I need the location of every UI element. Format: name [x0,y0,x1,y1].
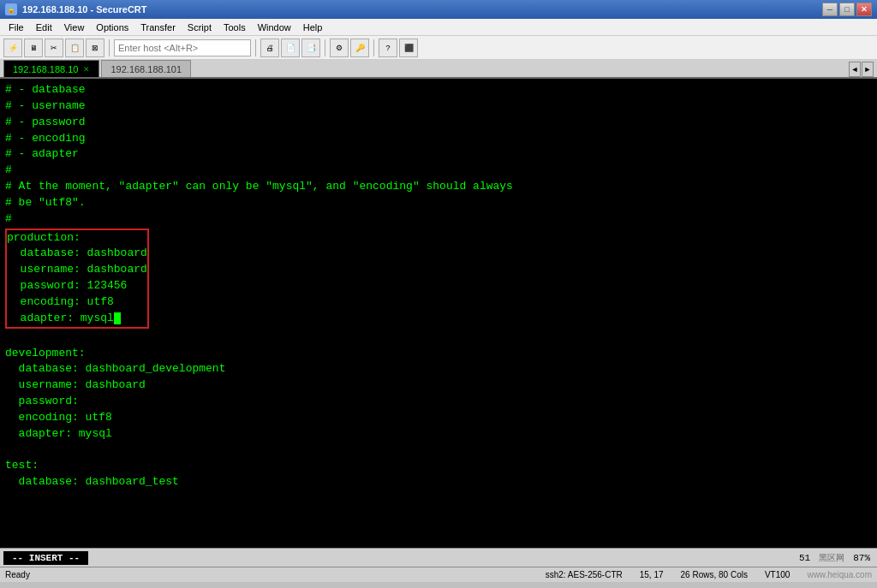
window-title: 192.168.188.10 - SecureCRT [22,4,147,15]
session-encryption: ssh2: AES-256-CTR [546,570,623,579]
insert-mode-label: -- INSERT -- [3,551,88,565]
bottom-status-right: ssh2: AES-256-CTR 15, 17 26 Rows, 80 Col… [546,570,872,579]
app-icon: 🔒 [5,3,17,15]
line-test-db: database: dashboard_test [5,474,872,490]
line-6: # [5,163,872,179]
menu-script[interactable]: Script [182,21,217,33]
line-production-db: database: dashboard [7,246,147,262]
line-5: # - adapter [5,146,872,163]
line-3: # - password [5,115,872,131]
terminal-type: VT100 [765,570,790,579]
status-bar: -- INSERT -- 51 黑区网 87% [0,548,877,567]
line-production-pass: password: 123456 [7,278,147,294]
line-blank-1 [5,330,872,346]
tab-1[interactable]: 192.168.188.10 ✕ [3,60,99,77]
line-1: # - database [5,82,872,98]
line-dev-db: database: dashboard_development [5,361,872,377]
tab-bar: 192.168.188.10 ✕ 192.168.188.101 ◄ ► [0,60,877,79]
toolbar-btn-help[interactable]: ? [379,39,397,57]
tab-2[interactable]: 192.168.188.101 [101,60,191,77]
toolbar-btn-settings[interactable]: ⚙ [330,39,349,57]
production-block: production: database: dashboard username… [5,229,149,329]
extra-info: www.heiqua.com [807,570,872,579]
line-blank-2 [5,442,872,459]
toolbar: ⚡ 🖥 ✂ 📋 ⊠ 🖨 📄 📑 ⚙ 🔑 ? ⬛ [0,36,877,60]
line-test: test: [5,458,872,474]
toolbar-btn-5[interactable]: ⊠ [86,39,104,57]
menu-view[interactable]: View [59,21,90,33]
toolbar-btn-2[interactable]: 🖥 [24,39,43,57]
line-production-adapter: adapter: mysql [7,311,147,327]
minimize-button[interactable]: ─ [822,3,838,16]
toolbar-btn-extra[interactable]: ⬛ [399,39,418,57]
status-right: 51 黑区网 87% [799,552,877,564]
terminal-size: 26 Rows, 80 Cols [681,570,748,579]
menu-edit[interactable]: Edit [31,21,57,33]
menu-window[interactable]: Window [253,21,296,33]
line-dev-enc: encoding: utf8 [5,410,872,426]
tab-1-close[interactable]: ✕ [83,65,90,74]
tab-2-label: 192.168.188.101 [110,64,182,74]
menu-help[interactable]: Help [298,21,328,33]
toolbar-btn-print[interactable]: 🖨 [260,39,279,57]
host-input[interactable] [114,39,251,56]
maximize-button[interactable]: □ [839,3,855,16]
cursor-pos-bottom: 15, 17 [640,570,664,579]
line-2: # - username [5,98,872,115]
toolbar-separator [109,39,110,56]
line-8: # be "utf8". [5,195,872,211]
menu-transfer[interactable]: Transfer [135,21,181,33]
line-production-user: username: dashboard [7,262,147,278]
line-dev-adapter: adapter: mysql [5,426,872,442]
tab-next-button[interactable]: ► [862,62,874,77]
toolbar-btn-3[interactable]: ✂ [45,39,63,57]
window-controls: ─ □ ✕ [822,3,872,16]
toolbar-separator-4 [373,39,374,56]
toolbar-btn-4[interactable]: 📋 [65,39,84,57]
watermark-info: 黑区网 [819,552,844,564]
toolbar-btn-copy[interactable]: 📄 [281,39,300,57]
toolbar-separator-2 [255,39,256,56]
tab-prev-button[interactable]: ◄ [849,62,861,77]
line-dev-user: username: dashboard [5,377,872,394]
menu-options[interactable]: Options [91,21,134,33]
line-development: development: [5,346,872,362]
tab-navigation: ◄ ► [849,62,874,77]
menu-tools[interactable]: Tools [218,21,251,33]
line-7: # At the moment, "adapter" can only be "… [5,179,872,195]
ready-status: Ready [5,570,30,579]
title-bar: 🔒 192.168.188.10 - SecureCRT ─ □ ✕ [0,0,877,19]
toolbar-btn-1[interactable]: ⚡ [3,39,22,57]
line-production-header: production: [7,230,147,246]
percentage: 87% [853,553,870,563]
line-dev-pass: password: [5,394,872,410]
toolbar-separator-3 [325,39,325,56]
tab-1-label: 192.168.188.10 [13,64,78,74]
menu-bar: File Edit View Options Transfer Script T… [0,19,877,36]
toolbar-btn-paste[interactable]: 📑 [301,39,320,57]
line-9: # [5,211,872,228]
cursor [114,312,121,324]
close-button[interactable]: ✕ [856,3,872,16]
line-4: # - encoding [5,131,872,147]
line-production-enc: encoding: utf8 [7,294,147,311]
terminal[interactable]: # - database # - username # - password #… [0,79,877,548]
bottom-status-bar: Ready ssh2: AES-256-CTR 15, 17 26 Rows, … [0,567,877,582]
toolbar-btn-keys[interactable]: 🔑 [350,39,369,57]
menu-file[interactable]: File [3,21,29,33]
cursor-position: 51 [799,553,810,563]
